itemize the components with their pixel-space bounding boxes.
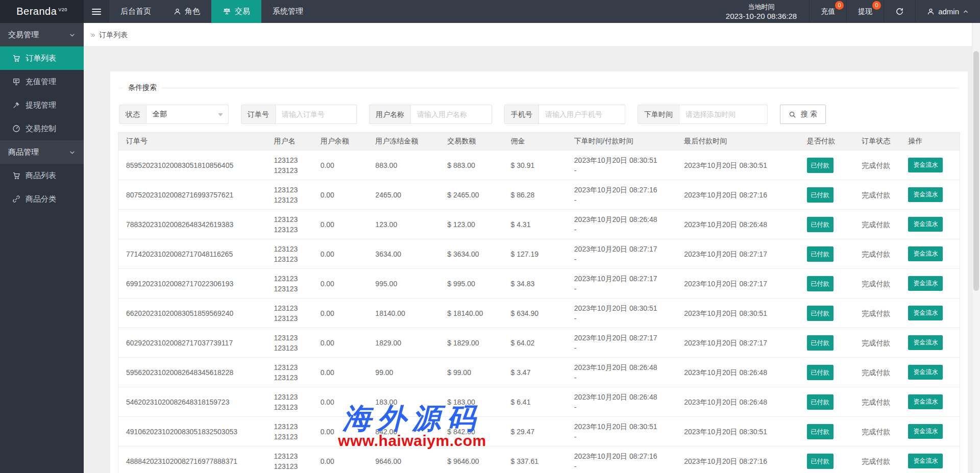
fund-flow-button[interactable]: 资金流水	[908, 306, 943, 320]
username-line1: 123123	[274, 333, 305, 343]
fund-flow-button[interactable]: 资金流水	[908, 158, 943, 172]
username-cell: 123123 123123	[266, 180, 313, 210]
frozen-amount-cell: 183.00	[368, 387, 439, 417]
fund-flow-button[interactable]: 资金流水	[908, 394, 943, 409]
trade-amount-cell: $ 842.00	[439, 417, 503, 446]
sidebar-item-order-list[interactable]: 订单列表	[0, 46, 84, 70]
table-row: 662020231020083051859569240 123123 12312…	[118, 298, 960, 328]
nav-item-system[interactable]: 系统管理	[261, 0, 314, 23]
trade-amount-cell: $ 2465.00	[439, 180, 503, 210]
menu-toggle-button[interactable]	[84, 0, 109, 23]
fund-flow-button[interactable]: 资金流水	[908, 365, 943, 380]
sidebar-group-trade-management[interactable]: 交易管理	[0, 23, 84, 46]
last-pay-time-cell: 2023年10月20日 08:27:17	[676, 269, 799, 298]
withdraw-label: 提现	[858, 7, 872, 16]
order-status-cell: 完成付款	[854, 298, 900, 328]
user-menu[interactable]: admin	[915, 0, 980, 23]
table-header: 订单号 用户名 用户余额 用户冻结金额 交易数额 佣金 下单时间/付款时间 最后…	[118, 133, 960, 151]
actions-cell: 资金流水	[900, 387, 960, 417]
username-cell: 123123 123123	[266, 417, 313, 446]
status-select[interactable]: 全部	[146, 105, 228, 123]
paid-badge: 已付款	[807, 306, 834, 321]
fund-flow-button[interactable]: 资金流水	[908, 187, 943, 202]
commission-cell: $ 4.31	[503, 210, 567, 239]
recharge-label: 充值	[821, 7, 835, 16]
vertical-scrollbar[interactable]	[972, 23, 980, 473]
sidebar-item-recharge-management[interactable]: 充值管理	[0, 70, 84, 93]
balance-cell: 0.00	[313, 239, 368, 269]
trade-amount-cell: $ 18140.00	[439, 298, 503, 328]
nav-label: 交易	[235, 7, 250, 16]
username-input[interactable]	[417, 110, 485, 118]
order-no-cell: 4910620231020083051832503053	[118, 417, 266, 446]
sidebar-group-product-management[interactable]: 商品管理	[0, 140, 84, 164]
table-row: 602920231020082717037739117 123123 12312…	[118, 328, 960, 358]
user-name: admin	[938, 7, 959, 16]
recharge-button[interactable]: 充值 0	[809, 0, 846, 23]
actions-cell: 资金流水	[900, 239, 960, 269]
nav-item-trade[interactable]: 交易	[211, 0, 261, 23]
order-status-cell: 完成付款	[854, 328, 900, 358]
order-time-line: 2023年10月20日 08:26:48	[574, 214, 669, 225]
order-time-line: 2023年10月20日 08:30:51	[574, 155, 669, 165]
username-line2: 123123	[274, 313, 305, 323]
order-no-input[interactable]	[282, 110, 350, 118]
order-time-cell: 2023年10月20日 08:27:17 -	[567, 269, 676, 298]
nav-item-dashboard[interactable]: 后台首页	[109, 0, 162, 23]
sidebar-item-product-category[interactable]: 商品分类	[0, 187, 84, 211]
pay-time-line: -	[574, 225, 669, 235]
paid-badge: 已付款	[807, 454, 834, 469]
pay-time-line: -	[574, 284, 669, 294]
order-time-label: 下单时间	[638, 105, 679, 123]
order-time-cell: 2023年10月20日 08:27:17 -	[567, 239, 676, 269]
fund-flow-button[interactable]: 资金流水	[908, 424, 943, 439]
fund-flow-button[interactable]: 资金流水	[908, 246, 943, 261]
order-time-cell: 2023年10月20日 08:30:51 -	[567, 417, 676, 446]
paid-cell: 已付款	[799, 298, 854, 328]
actions-cell: 资金流水	[900, 180, 960, 210]
order-no-cell: 771420231020082717048116265	[118, 239, 266, 269]
col-order-no: 订单号	[118, 133, 266, 151]
nav-item-roles[interactable]: 角色	[162, 0, 211, 23]
username-line1: 123123	[274, 303, 305, 313]
search-fieldset: 条件搜索	[119, 83, 959, 92]
fund-flow-button[interactable]: 资金流水	[908, 454, 943, 468]
paid-cell: 已付款	[799, 210, 854, 239]
fund-flow-button[interactable]: 资金流水	[908, 276, 943, 291]
fund-flow-button[interactable]: 资金流水	[908, 217, 943, 232]
actions-cell: 资金流水	[900, 210, 960, 239]
sidebar-item-withdraw-management[interactable]: 提现管理	[0, 93, 84, 117]
actions-cell: 资金流水	[900, 417, 960, 446]
order-no-cell: 602920231020082717037739117	[118, 328, 266, 358]
order-time-cell: 2023年10月20日 08:27:16 -	[567, 180, 676, 210]
topbar-right: 当地时间 2023-10-20 08:36:28 充值 0 提现 0 admin	[714, 0, 980, 23]
local-time-value: 2023-10-20 08:36:28	[726, 12, 797, 21]
commission-cell: $ 64.02	[503, 328, 567, 358]
actions-cell: 资金流水	[900, 358, 960, 387]
breadcrumb-prefix: »	[91, 30, 95, 39]
commission-cell: $ 127.19	[503, 239, 567, 269]
refresh-button[interactable]	[884, 0, 915, 23]
sidebar-item-product-list[interactable]: 商品列表	[0, 164, 84, 187]
paid-badge: 已付款	[807, 158, 834, 173]
commission-cell: $ 34.83	[503, 269, 567, 298]
order-status-cell: 完成付款	[854, 387, 900, 417]
scrollbar-thumb[interactable]	[973, 51, 979, 291]
order-time-input[interactable]	[685, 110, 761, 118]
pay-time-line: -	[574, 195, 669, 205]
fund-flow-button[interactable]: 资金流水	[908, 335, 943, 350]
search-button[interactable]: 搜 索	[780, 105, 826, 124]
sidebar-item-trade-control[interactable]: 交易控制	[0, 117, 84, 140]
order-time-line: 2023年10月20日 08:27:16	[574, 451, 669, 461]
frozen-amount-cell: 9646.00	[368, 446, 439, 473]
col-last-pay-time: 最后付款时间	[676, 133, 799, 151]
phone-input[interactable]	[545, 110, 619, 118]
paid-cell: 已付款	[799, 239, 854, 269]
commission-cell: $ 30.91	[503, 151, 567, 180]
table-body: 859520231020083051810856405 123123 12312…	[118, 151, 960, 473]
paid-cell: 已付款	[799, 387, 854, 417]
paid-cell: 已付款	[799, 151, 854, 180]
withdraw-button[interactable]: 提现 0	[846, 0, 884, 23]
username-line1: 123123	[274, 421, 305, 432]
chevron-up-icon	[963, 9, 969, 15]
